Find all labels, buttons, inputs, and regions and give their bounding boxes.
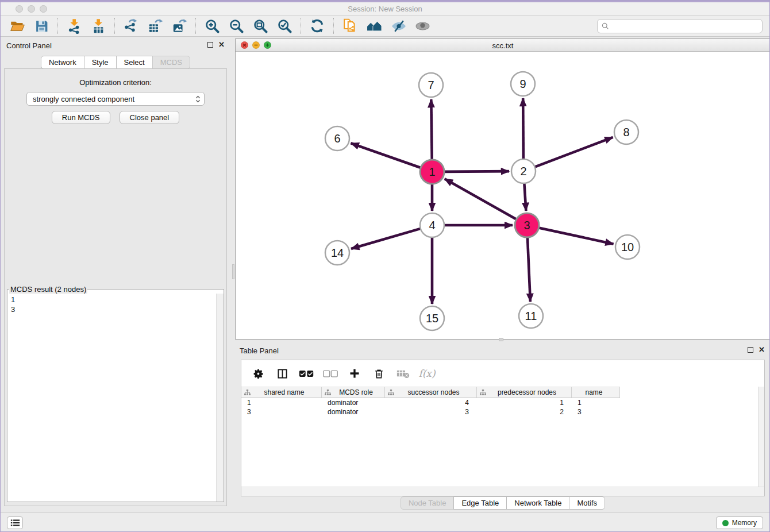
column-header-successor-nodes[interactable]: successor nodes — [385, 387, 477, 398]
tab-mcds[interactable]: MCDS — [152, 56, 190, 69]
graph-node-7[interactable]: 7 — [419, 73, 443, 97]
refresh-layout-button[interactable] — [305, 17, 329, 35]
tab-edge-table[interactable]: Edge Table — [453, 496, 507, 510]
graph-edge-3-11[interactable] — [528, 237, 530, 302]
graph-node-11[interactable]: 11 — [519, 304, 543, 328]
export-network-button[interactable] — [119, 17, 143, 35]
close-panel-icon[interactable]: ✕ — [218, 41, 225, 48]
float-table-panel-icon[interactable] — [748, 347, 753, 353]
hide-annotations-button[interactable] — [386, 17, 410, 35]
export-image-button[interactable] — [167, 17, 191, 35]
graph-node-10[interactable]: 10 — [615, 235, 640, 259]
network-window-titlebar[interactable]: scc.txt — [236, 39, 770, 52]
table-cell[interactable]: 1 — [477, 398, 572, 407]
column-header-name[interactable]: name — [572, 387, 620, 398]
search-field[interactable] — [597, 19, 763, 33]
delete-columns-button[interactable] — [368, 364, 390, 383]
graph-edge-1-2[interactable] — [444, 171, 509, 172]
column-header-predecessor-nodes[interactable]: predecessor nodes — [477, 387, 572, 398]
criterion-dropdown[interactable]: strongly connected component — [26, 92, 205, 106]
show-graphics-button[interactable] — [410, 17, 434, 35]
create-column-button[interactable] — [344, 364, 365, 383]
home-icon — [367, 19, 382, 33]
zoom-selected-button[interactable] — [272, 17, 297, 35]
table-row[interactable]: 3dominator323 — [241, 407, 764, 417]
tab-style[interactable]: Style — [84, 56, 117, 69]
memory-button[interactable]: Memory — [716, 516, 763, 529]
tab-network-table[interactable]: Network Table — [506, 496, 569, 510]
zoom-window-button[interactable] — [40, 5, 47, 13]
mcds-scrollbar[interactable] — [216, 294, 224, 502]
table-row[interactable]: 1dominator411 — [241, 398, 764, 407]
toggle-columns-button[interactable] — [271, 364, 293, 383]
table-cell[interactable]: 1 — [572, 398, 620, 407]
graph-node-1[interactable]: 1 — [420, 160, 444, 184]
network-overview-button[interactable] — [338, 17, 362, 35]
select-all-columns-button[interactable] — [295, 364, 317, 383]
graph-node-2[interactable]: 2 — [511, 159, 536, 183]
table-cell[interactable]: dominator — [322, 407, 385, 417]
search-input[interactable] — [612, 21, 762, 31]
graph-node-4[interactable]: 4 — [420, 213, 444, 237]
export-network-icon — [124, 18, 139, 34]
network-canvas[interactable]: 7968124314101511 — [236, 52, 770, 339]
save-session-button[interactable] — [29, 17, 53, 35]
table-cell[interactable]: 1 — [241, 398, 322, 407]
graph-node-6[interactable]: 6 — [325, 126, 349, 151]
zoom-in-button[interactable] — [200, 17, 224, 35]
table-cell[interactable]: 4 — [385, 398, 477, 407]
graph-edge-2-8[interactable] — [535, 137, 613, 167]
svg-text:7: 7 — [428, 79, 434, 91]
deselect-all-columns-button[interactable] — [319, 364, 341, 383]
import-table-button[interactable] — [86, 17, 110, 35]
run-mcds-button[interactable]: Run MCDS — [52, 111, 110, 124]
delete-table-button — [392, 364, 414, 383]
graph-edge-4-14[interactable] — [351, 229, 421, 249]
window-controls — [16, 5, 47, 13]
graph-edge-1-7[interactable] — [431, 99, 432, 160]
close-table-panel-icon[interactable]: ✕ — [759, 346, 765, 353]
graph-edge-3-10[interactable] — [539, 228, 614, 244]
table-cell[interactable]: dominator — [322, 398, 385, 407]
graph-node-14[interactable]: 14 — [325, 241, 349, 265]
graph-node-9[interactable]: 9 — [511, 72, 535, 96]
close-window-button[interactable] — [16, 5, 23, 13]
export-table-button[interactable] — [143, 17, 167, 35]
zoom-out-button[interactable] — [224, 17, 248, 35]
graph-node-3[interactable]: 3 — [515, 213, 539, 237]
tab-select[interactable]: Select — [116, 56, 153, 69]
table-cell[interactable]: 3 — [241, 407, 322, 417]
column-header-MCDS-role[interactable]: MCDS role — [322, 387, 385, 398]
task-history-button[interactable] — [7, 516, 23, 529]
splitter-handle[interactable] — [499, 338, 503, 341]
close-panel-button[interactable]: Close panel — [120, 111, 180, 124]
zoom-fit-icon — [253, 18, 268, 34]
graph-edge-3-1[interactable] — [445, 179, 517, 219]
table-cell[interactable]: 2 — [477, 407, 572, 417]
graph-node-8[interactable]: 8 — [614, 120, 638, 144]
table-horizontal-scrollbar[interactable] — [241, 487, 764, 496]
graph-node-15[interactable]: 15 — [420, 306, 444, 330]
tab-node-table[interactable]: Node Table — [401, 496, 455, 510]
column-header-shared-name[interactable]: shared name — [241, 387, 322, 398]
graph-edge-1-6[interactable] — [351, 143, 421, 168]
minimize-window-button[interactable] — [28, 5, 35, 13]
zoom-fit-button[interactable] — [248, 17, 272, 35]
table-cell[interactable]: 3 — [572, 407, 620, 417]
tab-network[interactable]: Network — [41, 56, 84, 69]
float-panel-icon[interactable] — [207, 42, 213, 48]
table-cell[interactable]: 3 — [385, 407, 477, 417]
column-settings-button[interactable] — [247, 364, 269, 383]
toolbar-separator — [57, 18, 58, 34]
optimization-criterion-label: Optimization criterion: — [5, 78, 226, 87]
column-header-label: predecessor nodes — [486, 388, 571, 396]
vertical-splitter-handle[interactable] — [232, 264, 234, 279]
graph-edge-2-3[interactable] — [524, 183, 526, 211]
table-vertical-scrollbar[interactable] — [758, 387, 764, 487]
import-network-button[interactable] — [62, 17, 86, 35]
column-header-label: MCDS role — [331, 388, 384, 396]
graph-edge-2-9[interactable] — [523, 98, 523, 159]
tab-motifs[interactable]: Motifs — [569, 496, 605, 510]
open-session-button[interactable] — [5, 17, 29, 35]
home-button[interactable] — [362, 17, 386, 35]
